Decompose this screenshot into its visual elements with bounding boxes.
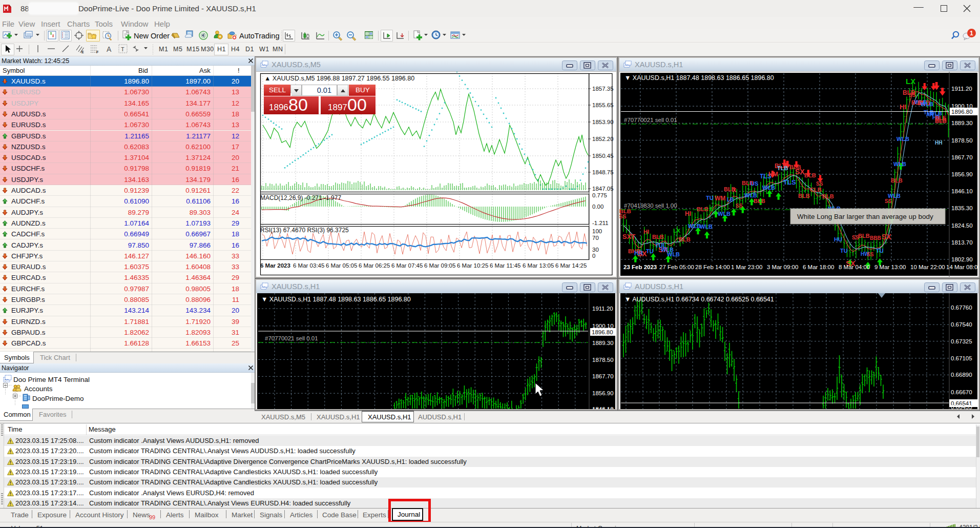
svg-text:0.00: 0.00 (592, 204, 603, 210)
svg-text:1850.45: 1850.45 (592, 153, 614, 159)
svg-text:6 Mar 18:00: 6 Mar 18:00 (803, 264, 834, 270)
svg-text:0.66670: 0.66670 (951, 389, 972, 395)
svg-text:▼ XAUUSD.s,H1 1887.48 1898.63: ▼ XAUUSD.s,H1 1887.48 1898.63 1886.65 18… (624, 74, 774, 82)
svg-text:WM: WM (715, 195, 725, 202)
svg-text:HI: HI (685, 210, 691, 217)
svg-text:BLB: BLB (804, 172, 816, 178)
svg-text:0: 0 (592, 253, 595, 259)
svg-text:0.775: 0.775 (592, 192, 607, 198)
svg-text:F: F (96, 50, 99, 54)
svg-text:TU: TU (706, 195, 714, 201)
svg-text:6 Mar 03:45: 6 Mar 03:45 (293, 262, 324, 269)
svg-text:SS: SS (736, 203, 743, 209)
svg-text:0.67760: 0.67760 (951, 304, 972, 311)
svg-text:3 Mar 09:00: 3 Mar 09:00 (767, 264, 798, 270)
svg-text:1 Mar 23:00: 1 Mar 23:00 (731, 264, 762, 270)
svg-text:BLB: BLB (822, 193, 834, 199)
svg-text:White Long Bar larger than ave: White Long Bar larger than average up bo… (797, 213, 933, 220)
svg-text:0.66455: 0.66455 (951, 404, 972, 409)
svg-text:TU: TU (646, 248, 654, 254)
svg-text:BLB: BLB (798, 193, 810, 199)
svg-text:BLB: BLB (891, 177, 903, 184)
svg-text:9 Mar 13:00: 9 Mar 13:00 (874, 264, 906, 270)
svg-text:1813.70: 1813.70 (951, 239, 973, 246)
svg-text:1855.65: 1855.65 (592, 102, 614, 108)
svg-text:RSI(13) 67.4670 RSI(3) 96.372: RSI(13) 67.4670 RSI(3) 96.3725 (260, 227, 349, 234)
svg-text:1856.90: 1856.90 (951, 171, 973, 177)
svg-text:1867.70: 1867.70 (951, 154, 973, 160)
svg-text:WLB: WLB (921, 101, 933, 107)
svg-text:100: 100 (592, 228, 602, 234)
svg-text:WLB: WLB (762, 185, 775, 191)
svg-text:BLB: BLB (858, 233, 870, 239)
svg-text:1911.20: 1911.20 (951, 86, 972, 92)
svg-text:8 Mar 04:00: 8 Mar 04:00 (839, 264, 870, 270)
svg-text:1824.50: 1824.50 (951, 222, 973, 229)
svg-text:1846.10: 1846.10 (592, 406, 614, 409)
svg-text:MACD(12,26,9) -0.271 -1.977: MACD(12,26,9) -0.271 -1.977 (260, 194, 341, 201)
svg-text:BLB: BLB (619, 208, 631, 214)
svg-text:#70770021 sell 0.01: #70770021 sell 0.01 (624, 117, 677, 123)
svg-text:TU: TU (876, 248, 884, 254)
svg-text:14 Mar 08:00: 14 Mar 08:00 (946, 264, 978, 270)
svg-text:HU: HU (834, 236, 842, 242)
svg-text:6 Mar 13:05: 6 Mar 13:05 (523, 262, 554, 269)
svg-text:BLB: BLB (935, 118, 947, 124)
svg-text:1857.35: 1857.35 (592, 86, 614, 92)
svg-text:1878.50: 1878.50 (951, 137, 973, 144)
svg-text:SS: SS (867, 252, 874, 257)
svg-text:HH: HH (935, 140, 942, 146)
svg-text:E: E (81, 50, 84, 54)
svg-text:BLB: BLB (697, 206, 708, 212)
svg-text:1867.70: 1867.70 (592, 373, 614, 379)
svg-text:WLB: WLB (688, 223, 701, 229)
svg-text:1835.30: 1835.30 (951, 205, 973, 211)
svg-text:1911.20: 1911.20 (592, 306, 613, 312)
svg-text:SX: SX (795, 168, 805, 176)
svg-text:10 Mar 22:00: 10 Mar 22:00 (910, 264, 945, 270)
svg-text:US: US (750, 180, 758, 187)
svg-text:▼ XAUUSD.s,H1 1887.48 1898.63: ▼ XAUUSD.s,H1 1887.48 1898.63 1886.65 18… (261, 296, 411, 303)
svg-text:HI: HI (643, 229, 649, 235)
svg-text:WLB: WLB (667, 251, 680, 257)
svg-text:70: 70 (592, 235, 599, 241)
svg-text:HI: HI (900, 103, 906, 111)
svg-text:BLB: BLB (652, 234, 664, 240)
svg-text:▲︎ XAUUSD.s,M5 1896.88 1897.2: ▲︎ XAUUSD.s,M5 1896.88 1897.27 1896.55 1… (264, 75, 414, 82)
svg-text:-1.211: -1.211 (592, 220, 609, 226)
svg-text:SS: SS (909, 92, 916, 98)
svg-text:6 Mar 2023: 6 Mar 2023 (260, 262, 290, 269)
svg-text:6 Mar 10:25: 6 Mar 10:25 (457, 262, 488, 269)
svg-text:1802.90: 1802.90 (951, 256, 973, 262)
svg-text:WLB: WLB (896, 136, 909, 142)
svg-text:#70419830 sell 1.00: #70419830 sell 1.00 (624, 202, 677, 209)
svg-text:1853.90: 1853.90 (592, 119, 614, 125)
svg-text:6 Mar 11:45: 6 Mar 11:45 (490, 262, 521, 269)
svg-text:1896.80: 1896.80 (592, 329, 613, 335)
svg-text:1856.90: 1856.90 (592, 390, 614, 396)
svg-text:LX: LX (906, 77, 915, 86)
svg-text:CLB: CLB (810, 187, 822, 193)
svg-text:6 Mar 06:25: 6 Mar 06:25 (359, 262, 390, 269)
svg-text:TLB: TLB (777, 165, 788, 171)
svg-text:0.66890: 0.66890 (951, 372, 972, 378)
svg-text:BLB: BLB (679, 236, 691, 242)
svg-text:SS: SS (619, 214, 627, 219)
svg-text:SX: SX (882, 233, 891, 241)
svg-text:T: T (121, 46, 124, 52)
svg-text:0.67540: 0.67540 (951, 321, 972, 328)
svg-text:SS: SS (885, 198, 892, 204)
svg-text:6 Mar 09:05: 6 Mar 09:05 (424, 262, 455, 269)
svg-text:LX: LX (673, 228, 681, 234)
svg-text:TLS: TLS (783, 178, 796, 186)
svg-text:X: X (733, 187, 737, 193)
svg-text:LB: LB (727, 197, 734, 202)
svg-text:WLB: WLB (888, 193, 901, 199)
svg-text:1896.80: 1896.80 (951, 109, 973, 115)
svg-text:WLB: WLB (700, 224, 713, 230)
svg-text:HM: HM (768, 171, 778, 178)
svg-text:1852.20: 1852.20 (592, 136, 614, 142)
svg-text:1848.75: 1848.75 (592, 169, 614, 175)
svg-text:28 Feb 14:00: 28 Feb 14:00 (695, 264, 730, 270)
svg-text:BBB: BBB (870, 235, 881, 241)
